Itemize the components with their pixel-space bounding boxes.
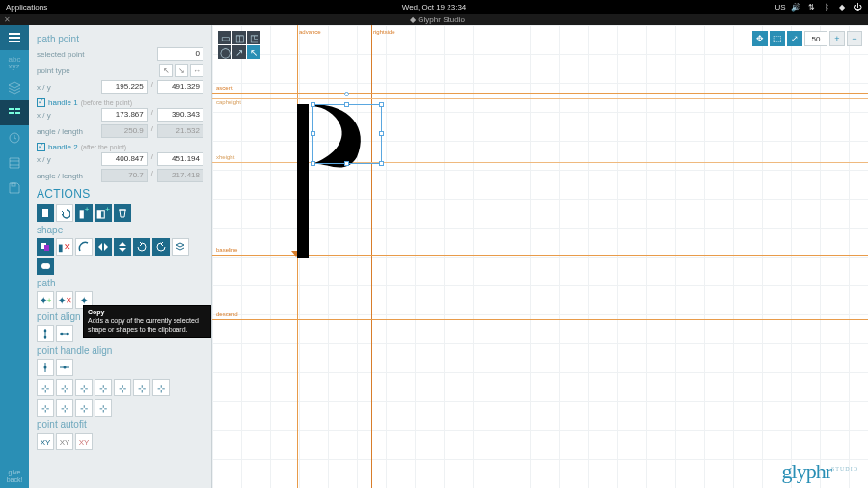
pha-h2-icon[interactable]: ⊹ (56, 399, 73, 417)
tooltip: Copy Adds a copy of the currently select… (83, 305, 211, 338)
os-bluetooth-icon[interactable]: ᛒ (822, 2, 831, 12)
rail-layers-icon[interactable] (0, 75, 29, 100)
window-title: ◆ Glyphr Studio (410, 15, 465, 24)
point-type-flat[interactable]: ↘ (175, 64, 188, 77)
rail-guides-icon[interactable] (0, 150, 29, 176)
logo: glyphrSTUDIO (782, 459, 858, 484)
shape-fliph-icon[interactable] (95, 238, 112, 256)
shape-rotright-icon[interactable] (152, 238, 170, 256)
os-volume-icon[interactable]: 🔊 (791, 2, 800, 12)
view-fit-icon[interactable]: ⬚ (770, 31, 785, 46)
path-addpoint-icon[interactable]: ✦+ (37, 291, 54, 309)
shape-layer-icon[interactable] (172, 238, 189, 256)
view-onetoone-icon[interactable]: ⤢ (787, 31, 802, 46)
action-delete-icon[interactable] (114, 204, 131, 222)
view-pan-icon[interactable]: ✥ (752, 31, 768, 46)
edit-canvas[interactable]: advance rightside ascent capheight xheig… (212, 25, 868, 488)
point-type-corner[interactable]: ↖ (159, 64, 173, 77)
h1-al-label: angle / length (37, 127, 93, 136)
pha-h1-icon[interactable]: ⊹ (37, 399, 54, 417)
h1-x[interactable]: 173.867 (101, 108, 148, 122)
pha-g6-icon[interactable]: ⊹ (133, 379, 150, 396)
pp-y[interactable]: 491.329 (157, 80, 203, 94)
shape-rotleft-icon[interactable] (133, 238, 150, 256)
h2-angle[interactable]: 70.7 (101, 169, 148, 182)
shape-deleteshape-icon[interactable]: ▮✕ (56, 238, 73, 256)
svg-point-11 (44, 330, 47, 333)
guide-baseline-label: baseline (216, 247, 237, 253)
pha-2-icon[interactable] (56, 359, 73, 376)
os-power-icon[interactable]: ⏻ (853, 2, 862, 12)
tool-arrow-icon[interactable]: ▭ (218, 31, 231, 44)
checkbox-icon (37, 143, 45, 151)
tooltip-title: Copy (88, 308, 206, 316)
action-addshape-icon[interactable]: ▮+ (75, 204, 93, 222)
zoom-out-icon[interactable]: − (847, 31, 862, 46)
h1-length[interactable]: 21.532 (157, 124, 203, 138)
svg-rect-0 (9, 108, 14, 110)
action-paste-icon[interactable] (37, 204, 54, 222)
shape-flipv-icon[interactable] (114, 238, 131, 256)
os-applications[interactable]: Applications (6, 3, 47, 12)
rail-save-icon[interactable] (0, 176, 29, 201)
svg-point-14 (67, 333, 69, 336)
pp-x[interactable]: 195.225 (101, 80, 148, 94)
handle1-toggle[interactable]: handle 1(before the point) (37, 98, 203, 107)
action-addcomp-icon[interactable]: ◧+ (95, 204, 112, 222)
autofit-xy2[interactable]: XY (56, 433, 73, 450)
shape-reverse-icon[interactable] (75, 238, 93, 256)
h1-y[interactable]: 390.343 (157, 108, 203, 122)
selection-box[interactable] (312, 104, 382, 164)
os-network-icon[interactable]: ⇅ (806, 2, 816, 12)
window-close-icon[interactable]: ✕ (4, 15, 11, 24)
pha-g5-icon[interactable]: ⊹ (114, 379, 131, 396)
rail-give-back[interactable]: giveback! (7, 465, 23, 488)
pha-h3-icon[interactable]: ⊹ (75, 399, 93, 417)
pha-g2-icon[interactable]: ⊹ (56, 379, 73, 396)
svg-point-15 (44, 366, 47, 369)
pha-g4-icon[interactable]: ⊹ (95, 379, 112, 396)
tool-newoval-icon[interactable]: ◯ (218, 45, 231, 59)
checkbox-icon (37, 98, 45, 107)
rail-attributes-icon[interactable] (0, 100, 29, 125)
rail-history-icon[interactable] (0, 125, 29, 150)
os-notifications-icon[interactable]: ◆ (837, 2, 847, 12)
point-type-symmetric[interactable]: ↔ (190, 64, 203, 77)
autofit-xy3[interactable]: XY (75, 433, 93, 450)
guide-descend-label: descend (216, 312, 238, 317)
h2-x[interactable]: 400.847 (101, 152, 148, 166)
tool-pathedit-icon[interactable]: ↖ (247, 45, 260, 59)
pha-g3-icon[interactable]: ⊹ (75, 379, 93, 396)
h2-length[interactable]: 217.418 (157, 169, 203, 182)
pha-g7-icon[interactable]: ⊹ (152, 379, 170, 396)
shape-copy-icon[interactable] (37, 238, 54, 256)
os-lang-indicator[interactable]: US (775, 2, 785, 12)
svg-point-16 (64, 366, 67, 369)
rail-glyphs-icon[interactable]: abcxyz (0, 50, 29, 75)
autofit-xy1[interactable]: XY (37, 433, 54, 450)
properties-panel: path point selected point0 point type ↖ … (29, 25, 212, 488)
tool-newpath-icon[interactable]: ↗ (232, 45, 246, 59)
h2-y[interactable]: 451.194 (157, 152, 203, 166)
pha-g1-icon[interactable]: ⊹ (37, 379, 54, 396)
zoom-in-icon[interactable]: + (829, 31, 845, 46)
section-autofit: point autofit (37, 420, 203, 430)
handle2-toggle[interactable]: handle 2(after the point) (37, 143, 203, 151)
zoom-value[interactable]: 50 (804, 31, 827, 46)
shape-combine-icon[interactable] (37, 258, 54, 275)
svg-rect-3 (15, 112, 20, 114)
selected-point-value[interactable]: 0 (157, 47, 203, 61)
pha-1-icon[interactable] (37, 359, 54, 376)
h1-xy-label: x / y (37, 111, 93, 120)
align-h-icon[interactable] (56, 325, 73, 342)
align-v-icon[interactable] (37, 325, 54, 342)
path-delpoint-icon[interactable]: ✦✕ (56, 291, 73, 309)
guide-xheight-label: xheight (216, 154, 234, 160)
h1-angle[interactable]: 250.9 (101, 124, 148, 138)
rail-menu-icon[interactable] (0, 25, 29, 50)
pha-h4-icon[interactable]: ⊹ (95, 399, 112, 417)
tool-resize-icon[interactable]: ◫ (232, 31, 246, 44)
action-undo-icon[interactable] (56, 204, 73, 222)
tool-newrect-icon[interactable]: ◳ (247, 31, 260, 44)
svg-point-10 (44, 263, 50, 269)
